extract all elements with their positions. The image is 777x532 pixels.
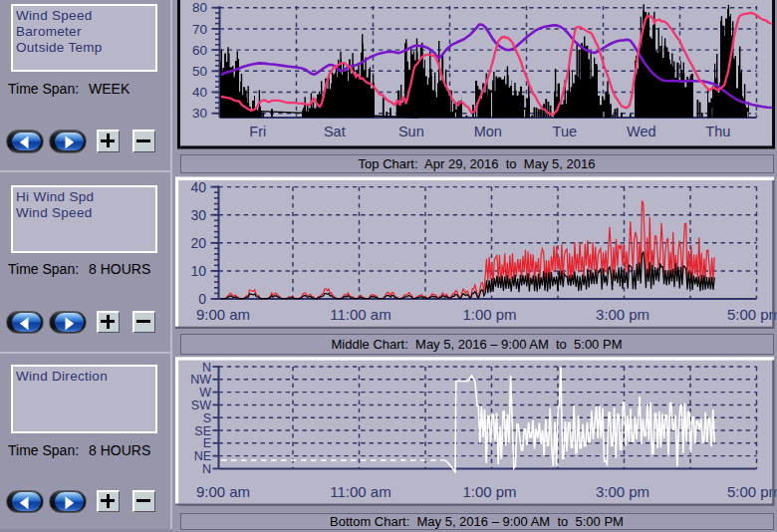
svg-text:11:00 am: 11:00 am (330, 483, 390, 500)
svg-text:9:00 am: 9:00 am (196, 483, 250, 500)
svg-text:3:00 pm: 3:00 pm (596, 483, 649, 500)
svg-text:1:00 pm: 1:00 pm (462, 483, 516, 500)
svg-text:N: N (202, 462, 211, 476)
svg-text:5:00 pm: 5:00 pm (727, 483, 777, 500)
